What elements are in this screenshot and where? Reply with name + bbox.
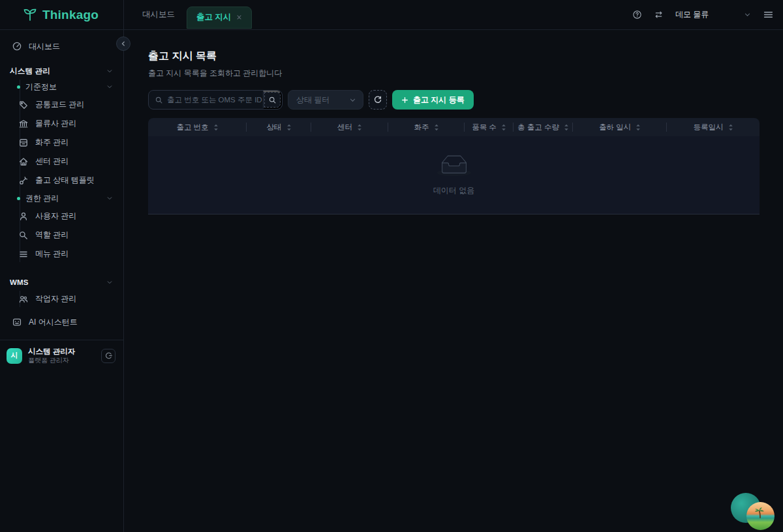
column-header-status[interactable]: 상태: [247, 118, 311, 136]
column-header-created-datetime[interactable]: 등록일시: [667, 118, 760, 136]
tab-label: 출고 지시: [196, 12, 231, 23]
chevron-down-icon: [106, 195, 113, 201]
sidebar: Thinkago 대시보드 시스템 관리: [0, 0, 124, 532]
column-label: 상태: [267, 123, 282, 132]
sidebar-item-common-code[interactable]: 공통코드 관리: [0, 95, 123, 114]
user-footer: 시 시스템 관리자 플랫폼 관리자: [0, 340, 123, 372]
chevron-down-icon: [744, 11, 751, 18]
logout-button[interactable]: [101, 349, 115, 363]
user-name: 시스템 관리자: [28, 347, 95, 356]
sort-icon: [636, 123, 641, 132]
table-empty-state: 데이터 없음: [148, 136, 760, 214]
empty-box-icon: [436, 154, 472, 179]
sort-icon: [357, 123, 362, 132]
tab-outbound-order[interactable]: 출고 지시: [187, 7, 252, 29]
sidebar-item-role-management[interactable]: 역할 관리: [0, 226, 123, 244]
template-icon: [18, 175, 29, 186]
search-icon: [149, 91, 167, 109]
sidebar-item-label: 공통코드 관리: [35, 99, 84, 110]
sort-icon: [213, 123, 219, 132]
column-label: 센터: [337, 123, 352, 132]
sidebar-item-label: 센터 관리: [35, 156, 69, 167]
sort-icon: [564, 123, 569, 132]
sidebar-item-label: AI 어시스턴트: [29, 317, 78, 328]
bank-icon: [18, 119, 29, 129]
sort-icon: [286, 123, 292, 132]
shipper-icon: [18, 138, 29, 148]
outbound-order-table: 출고 번호 상태 센터 화주: [148, 118, 760, 214]
topbar: 대시보드 출고 지시 데모 물류: [124, 0, 783, 30]
section-label: WMS: [10, 278, 29, 286]
column-header-total-qty[interactable]: 총 출고 수량: [514, 118, 573, 136]
sidebar-item-worker-management[interactable]: 작업자 관리: [0, 289, 123, 308]
section-label: 시스템 관리: [10, 66, 50, 76]
chevron-left-icon: [120, 40, 127, 47]
sidebar-item-menu-management[interactable]: 메뉴 관리: [0, 244, 123, 263]
column-header-ship-datetime[interactable]: 출하 일시: [573, 118, 667, 136]
sort-icon: [728, 123, 733, 132]
sidebar-collapse-button[interactable]: [116, 37, 130, 51]
workspace-selector[interactable]: 데모 물류: [675, 9, 751, 20]
avatar: 시: [7, 348, 22, 364]
status-filter-select[interactable]: 상태 필터: [288, 90, 363, 110]
sidebar-item-center[interactable]: 센터 관리: [0, 152, 123, 171]
tag-icon: [18, 100, 29, 110]
column-header-shipper[interactable]: 화주: [388, 118, 465, 136]
column-label: 품목 수: [472, 123, 497, 132]
sidebar-item-shipper[interactable]: 화주 관리: [0, 133, 123, 152]
create-outbound-order-button[interactable]: 출고 지시 등록: [392, 90, 474, 110]
tab-bar: 대시보드 출고 지시: [124, 0, 252, 29]
column-label: 출고 번호: [176, 123, 208, 132]
sidebar-item-label: 사용자 관리: [35, 211, 76, 222]
sidebar-item-logistics-company[interactable]: 물류사 관리: [0, 114, 123, 133]
sidebar-section-system[interactable]: 시스템 관리: [0, 64, 123, 78]
column-header-item-count[interactable]: 품목 수: [465, 118, 514, 136]
tab-label: 대시보드: [142, 9, 175, 20]
chevron-down-icon: [106, 279, 113, 286]
switch-workspace-icon[interactable]: [654, 10, 664, 20]
sidebar-group-permission[interactable]: 권한 관리: [0, 190, 123, 207]
floating-widget[interactable]: [731, 493, 774, 532]
search-button[interactable]: [263, 91, 282, 109]
search-input[interactable]: [167, 91, 263, 109]
help-icon[interactable]: [632, 10, 642, 20]
sort-icon: [501, 123, 506, 132]
column-header-center[interactable]: 센터: [311, 118, 388, 136]
main-column: 대시보드 출고 지시 데모 물류: [124, 0, 783, 532]
menu-lines-icon: [18, 249, 29, 259]
chevron-down-icon: [106, 83, 113, 90]
outbound-order-page: 출고 지시 목록 출고 지시 목록을 조회하고 관리합니다 상태 필터: [124, 30, 783, 532]
sidebar-item-user-management[interactable]: 사용자 관리: [0, 207, 123, 226]
sidebar-item-label: 대시보드: [29, 41, 60, 52]
sidebar-item-outbound-status-template[interactable]: 출고 상태 템플릿: [0, 171, 123, 190]
logo[interactable]: Thinkago: [0, 0, 123, 30]
sidebar-group-master-data[interactable]: 기준정보: [0, 78, 123, 95]
active-dot: [17, 85, 20, 89]
sidebar-section-wms[interactable]: WMS: [0, 275, 123, 289]
close-icon[interactable]: [236, 14, 242, 20]
search-icon: [268, 96, 277, 104]
wms-submenu: 작업자 관리: [0, 289, 123, 308]
role-icon: [18, 230, 29, 241]
create-button-label: 출고 지시 등록: [413, 95, 465, 106]
plus-icon: [401, 96, 408, 104]
refresh-button[interactable]: [369, 90, 387, 110]
sidebar-item-label: 작업자 관리: [35, 293, 76, 304]
workers-icon: [18, 294, 29, 304]
sort-icon: [434, 123, 439, 132]
home-icon: [18, 156, 29, 167]
chevron-down-icon: [106, 68, 113, 74]
sidebar-item-label: 역할 관리: [35, 229, 69, 241]
hamburger-menu-icon[interactable]: [763, 9, 774, 20]
assistant-icon: [12, 317, 22, 327]
active-dot: [17, 197, 20, 200]
sprout-logo-icon: [22, 8, 38, 22]
group-label: 권한 관리: [25, 193, 59, 204]
sidebar-menu: 대시보드 시스템 관리 기준정보: [0, 30, 123, 332]
column-header-order-no[interactable]: 출고 번호: [148, 118, 247, 136]
tab-dashboard[interactable]: 대시보드: [133, 0, 184, 30]
brand-name: Thinkago: [42, 8, 99, 22]
refresh-icon: [373, 95, 382, 104]
sidebar-item-ai-assistant[interactable]: AI 어시스턴트: [0, 312, 123, 332]
sidebar-item-dashboard[interactable]: 대시보드: [0, 37, 123, 56]
